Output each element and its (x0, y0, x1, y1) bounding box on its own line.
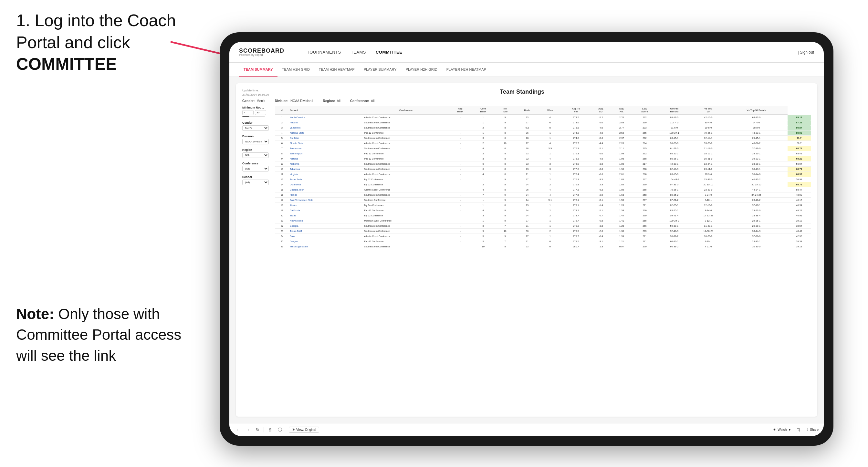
division-label: Division: (275, 99, 288, 103)
sidebar-school-select[interactable]: (All) (242, 180, 269, 185)
nav-teams[interactable]: TEAMS (351, 49, 366, 56)
cell-school[interactable]: North Carolina (289, 115, 363, 120)
toolbar-export-icon[interactable]: ⇅ (795, 426, 802, 433)
cell-top25: 44-24-1 (725, 187, 787, 192)
cell-rank: 17 (275, 198, 289, 203)
cell-sg: 1.90 (611, 167, 632, 172)
cell-school[interactable]: New Mexico (289, 218, 363, 223)
cell-reg-rank: - (449, 203, 472, 208)
sign-out[interactable]: | Sign out (798, 50, 814, 55)
cell-overall: 23-23-0 (691, 187, 725, 192)
cell-school[interactable]: Illinois (289, 203, 363, 208)
sidebar-region-select[interactable]: N/A (242, 152, 269, 158)
cell-conf: Atlantic Coast Conference (363, 141, 449, 146)
sidebar-conference-select[interactable]: (All) (242, 166, 269, 172)
cell-top25: 23-18-2 (725, 198, 787, 203)
cell-school[interactable]: Duke (289, 234, 363, 239)
share-button[interactable]: ⇧ Share (806, 428, 818, 432)
logo-area: SCOREBOARD Powered by clippd (239, 48, 284, 57)
cell-school[interactable]: Mississippi State (289, 244, 363, 249)
toolbar-view-button[interactable]: 👁 View: Original (289, 427, 319, 433)
sub-nav-team-h2h-grid[interactable]: TEAM H2H GRID (278, 63, 314, 76)
cell-rank: 19 (275, 208, 289, 213)
cell-rank: 1 (275, 115, 289, 120)
cell-school[interactable]: Florida State (289, 141, 363, 146)
cell-sg: 1.41 (611, 218, 632, 223)
toolbar-info-icon[interactable]: ⓘ (276, 426, 283, 433)
sub-nav-player-h2h-grid[interactable]: PLAYER H2H GRID (401, 63, 442, 76)
cell-school[interactable]: California (289, 208, 363, 213)
cell-avg-sg: -5.1 (590, 208, 611, 213)
standings-table-wrapper[interactable]: # School Conference RegRank ConfRank NoT… (275, 106, 811, 403)
cell-school[interactable]: Vanderbilt (289, 125, 363, 130)
sidebar-school-label: School (242, 175, 271, 179)
toolbar-back-icon[interactable]: ← (235, 426, 242, 433)
col-rank: # (275, 106, 289, 115)
cell-rank: 18 (275, 203, 289, 208)
cell-pts: 56.94 (787, 161, 811, 167)
sub-nav-team-summary[interactable]: TEAM SUMMARY (239, 63, 278, 76)
cell-school[interactable]: Auburn (289, 120, 363, 125)
cell-rnds: 26 (516, 130, 539, 136)
cell-school[interactable]: Texas A&M (289, 229, 363, 234)
cell-low-score: 97-31-0 (657, 182, 691, 187)
min-rounds-min-input[interactable] (242, 110, 254, 115)
watch-button[interactable]: 👁 Watch ▼ (773, 428, 791, 432)
cell-adj-score: 277.5 (561, 192, 590, 198)
cell-school[interactable]: Georgia (289, 223, 363, 229)
cell-school[interactable]: Washington (289, 151, 363, 156)
note-text: Note: Only those with Committee Portal a… (16, 304, 191, 366)
cell-overall: 33-26-0 (691, 141, 725, 146)
sidebar-gender-select[interactable]: Men's (242, 125, 269, 131)
cell-adj-score: 273.8 (561, 125, 590, 130)
cell-conf-rank: 4 (472, 146, 495, 151)
cell-rank: 9 (275, 156, 289, 161)
cell-wins: 1 (539, 130, 561, 136)
toolbar-forward-icon[interactable]: → (244, 426, 251, 433)
toolbar-refresh-icon[interactable]: ↻ (254, 426, 261, 433)
cell-school[interactable]: Tennessee (289, 146, 363, 151)
cell-conf: Atlantic Coast Conference (363, 234, 449, 239)
nav-committee[interactable]: COMMITTEE (376, 49, 403, 56)
cell-school[interactable]: Virginia (289, 172, 363, 177)
sub-nav-player-summary[interactable]: PLAYER SUMMARY (359, 63, 401, 76)
cell-school[interactable]: Texas (289, 213, 363, 218)
cell-top25: 37-17-1 (725, 203, 787, 208)
sub-nav-team-h2h-heatmap[interactable]: TEAM H2H HEATMAP (314, 63, 359, 76)
toolbar-sep-1 (264, 427, 264, 432)
cell-no-tour: 8 (495, 161, 516, 167)
cell-avg-rd: 264 (632, 141, 657, 146)
cell-school[interactable]: Oregon (289, 239, 363, 244)
cell-sg: 2.37 (611, 136, 632, 141)
min-rounds-max-input[interactable] (255, 110, 266, 115)
cell-school[interactable]: Alabama (289, 161, 363, 167)
sub-nav-player-h2h-heatmap[interactable]: PLAYER H2H HEATMAP (442, 63, 491, 76)
cell-rank: 13 (275, 177, 289, 182)
cell-school[interactable]: Ole Miss (289, 136, 363, 141)
min-rounds-slider[interactable] (242, 116, 265, 117)
table-row: 15 Georgia Tech Atlantic Coast Conferenc… (275, 187, 811, 192)
toolbar-copy-icon[interactable]: ⎘ (267, 426, 274, 433)
cell-school[interactable]: Florida (289, 192, 363, 198)
cell-school[interactable]: Arizona State (289, 130, 363, 136)
cell-pts: 85.98 (787, 130, 811, 136)
cell-school[interactable]: Georgia Tech (289, 187, 363, 192)
nav-tournaments[interactable]: TOURNAMENTS (307, 49, 341, 56)
share-label: Share (810, 428, 818, 432)
cell-pts: 58.94 (787, 177, 811, 182)
cell-school[interactable]: Oklahoma (289, 182, 363, 187)
cell-no-tour: 8 (495, 213, 516, 218)
cell-school[interactable]: Arkansas (289, 167, 363, 172)
cell-school[interactable]: East Tennessee State (289, 198, 363, 203)
cell-wins: 2 (539, 229, 561, 234)
cell-school[interactable]: Arizona (289, 156, 363, 161)
sidebar-division-select[interactable]: NCAA Division I (242, 139, 269, 144)
table-row: 17 East Tennessee State Southern Confere… (275, 198, 811, 203)
conference-value: All (371, 99, 374, 103)
table-row: 14 Oklahoma Big 12 Conference - 2 8 24 2… (275, 182, 811, 187)
cell-low-score: 82-18-3 (657, 167, 691, 172)
cell-avg-sg: -3.5 (590, 177, 611, 182)
cell-school[interactable]: Texas Tech (289, 177, 363, 182)
cell-overall: 8-14-0 (691, 208, 725, 213)
cell-conf: Big 12 Conference (363, 177, 449, 182)
